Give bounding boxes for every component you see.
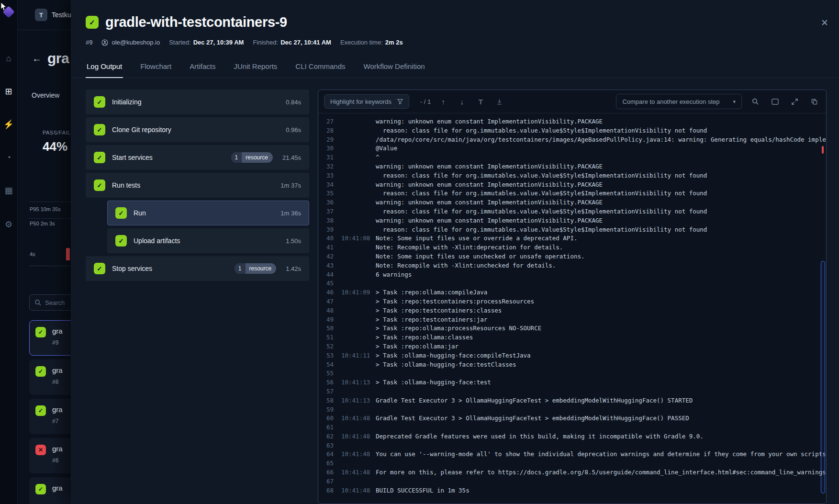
line-text: warning: unknown enum constant Implement… [376,162,603,171]
line-text: > Task :repo:ollama:processResources NO-… [376,324,541,333]
step-row[interactable]: ✓Run1m 36s [107,201,309,225]
line-text: > Task :ollama-hugging-face:test [376,378,491,387]
line-timestamp [341,360,372,370]
status-passed-icon: ✓ [35,405,46,416]
highlight-keywords-button[interactable]: Highlight for keywords [324,94,409,109]
tab-overview[interactable]: Overview [32,91,59,99]
step-row[interactable]: ✓Stop services1resource1.42s [86,256,309,281]
search-input[interactable] [29,294,71,311]
execution-title: gradle-with-testcontainers-9 [105,14,287,30]
execution-list-item[interactable]: ✓gra [29,477,71,504]
line-timestamp [341,252,372,261]
close-icon[interactable]: ✕ [821,17,828,28]
tab-workflow-definition[interactable]: Workflow Definition [363,57,426,78]
line-text: Deprecated Gradle features were used in … [376,432,704,441]
prev-match-button[interactable]: ↑ [437,95,449,108]
p95-gridline [29,202,71,202]
tab-flowchart[interactable]: Flowchart [139,57,172,78]
line-timestamp: 10:41:48 [341,468,372,477]
line-text: Gradle Test Executor 3 > OllamaHuggingFa… [376,414,689,423]
line-number: 50 [321,324,334,333]
tab-junit-reports[interactable]: JUnit Reports [233,57,278,78]
finished-at: Finished:Dec 27, 10:41 AM [253,39,331,46]
failed-execution-bar[interactable] [66,248,70,260]
status-failed-icon: ✕ [35,445,46,455]
line-timestamp: 10:41:48 [341,432,372,441]
status-passed-icon: ✓ [35,484,46,494]
next-match-button[interactable]: ↓ [456,95,468,108]
search-field[interactable] [45,299,71,306]
toolbar-right-group: Compare to another execution step ▾ [616,94,820,109]
resource-label: resource [246,265,277,272]
line-timestamp [341,198,372,207]
line-timestamp: 10:41:48 [341,486,372,495]
log-scrollbar[interactable] [819,113,826,504]
execution-list-item[interactable]: ✓gra#8 [29,359,71,395]
log-line: 49> Task :repo:testcontainers:jar [321,315,819,325]
fullscreen-button[interactable] [788,95,801,108]
log-line: 42Note: Some input files use unchecked o… [321,252,819,261]
back-button[interactable]: ← [32,53,42,64]
pass-rate-value: 44% [43,139,71,154]
tab-cli-commands[interactable]: CLI Commands [294,57,346,78]
search-log-button[interactable] [749,95,761,108]
text-format-button[interactable]: T [474,95,487,108]
download-icon [496,99,503,105]
line-number: 67 [321,477,334,486]
wrap-lines-button[interactable] [769,95,781,108]
line-number: 43 [321,261,334,270]
search-icon [34,299,41,306]
rail-item-workflows[interactable]: ⊞ [0,82,17,101]
line-timestamp: 10:41:48 [341,450,372,459]
execution-list-item[interactable]: ✓gra#9 [29,320,71,356]
p50-gridline [29,218,71,219]
line-timestamp: 10:41:09 [341,288,372,297]
line-number: 63 [321,441,334,450]
match-counter: - / 1 [420,98,431,105]
execution-details-drawer: ✓ gradle-with-testcontainers-9 ✕ #9 ole@… [71,0,839,504]
step-row[interactable]: ✓Initializing0.84s [86,90,309,114]
scrollbar-thumb[interactable] [821,261,825,493]
line-timestamp [341,117,372,126]
resource-badge: 1resource [235,263,276,274]
rail-item-insights[interactable]: ◔ [0,148,17,167]
compare-step-select[interactable]: Compare to another execution step ▾ [616,94,742,109]
execution-number: #7 [52,418,63,425]
line-text: Note: Recompile with -Xlint:deprecation … [376,243,563,252]
environment-selector[interactable]: T Testkube [35,9,71,21]
step-label: Run tests [112,181,271,189]
copy-icon [811,99,817,105]
tab-artifacts[interactable]: Artifacts [189,57,216,78]
rail-item-settings[interactable]: ⚙ [0,215,17,234]
step-row[interactable]: ✓Run tests1m 37s [86,173,309,198]
log-output[interactable]: 27warning: unknown enum constant Impleme… [318,113,826,504]
copy-log-button[interactable] [808,95,820,108]
log-lines: 27warning: unknown enum constant Impleme… [321,117,819,495]
line-timestamp [341,423,372,432]
log-line: 65 [321,459,819,468]
status-passed-icon: ✓ [94,96,105,108]
line-text: > Task :repo:testcontainers:classes [376,306,502,315]
rail-item-home[interactable]: ⌂ [0,49,17,68]
line-text: > Task :repo:testcontainers:jar [376,315,487,325]
step-row[interactable]: ✓Upload artifacts1.50s [107,228,309,253]
execution-list-item[interactable]: ✕gra#6 [29,438,71,473]
download-log-button[interactable] [493,95,505,108]
step-row[interactable]: ✓Clone Git repository0.96s [86,117,309,142]
step-row[interactable]: ✓Start services1resource21.45s [86,145,309,170]
line-number: 45 [321,279,334,288]
line-timestamp [341,279,372,288]
line-text: You can use '--warning-mode all' to show… [376,450,826,459]
tab-log-output[interactable]: Log Output [86,57,123,78]
line-text: For more on this, please refer to https:… [376,468,826,477]
rail-item-metrics[interactable]: ▦ [0,181,17,200]
testkube-logo-icon[interactable] [2,6,15,18]
chart-axis [29,266,71,266]
execution-list-item[interactable]: ✓gra#7 [29,399,71,434]
line-timestamp [341,180,372,190]
line-number: 64 [321,450,334,459]
line-text: > Task :repo:testcontainers:processResou… [376,297,534,306]
status-passed-icon: ✓ [35,327,46,337]
rail-item-triggers[interactable]: ⚡ [0,115,17,134]
line-number: 32 [321,162,334,171]
